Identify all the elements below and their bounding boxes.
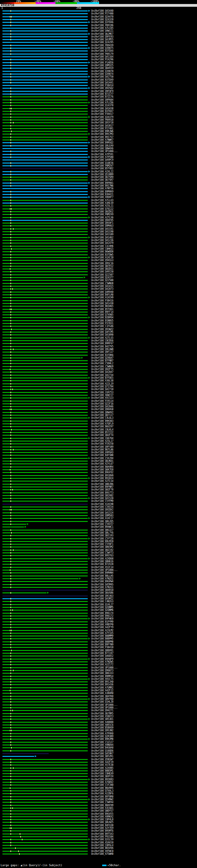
alignment-bar[interactable] [2,469,88,470]
hit-label[interactable]: UniRef100_Q22507 [91,274,113,276]
hit-label[interactable]: UniRef100_B9GFD2 [91,471,113,474]
hit-label[interactable]: UniRef100_B94WC1 [91,526,113,528]
hit-label[interactable]: UniRef100_A6W7J7 [91,394,113,397]
alignment-bar[interactable] [2,314,88,315]
alignment-bar[interactable] [2,607,88,608]
alignment-bar[interactable] [2,309,88,310]
alignment-bar[interactable] [2,56,88,57]
alignment-bar[interactable] [2,340,88,341]
alignment-bar[interactable] [2,716,88,717]
alignment-bar[interactable] [2,834,88,834]
hit-label[interactable]: UniRef100_B9I7N6 [91,185,113,187]
alignment-bar[interactable] [2,727,88,728]
hit-label[interactable]: UniRef100_Q42873 [91,288,113,290]
alignment-bar[interactable] [2,710,88,711]
hit-label[interactable]: UniRef100_Q43440 [91,10,113,12]
alignment-bar[interactable] [2,822,88,823]
alignment-bar[interactable] [2,85,88,86]
hit-label[interactable]: UniRef100_A7NZW5 [91,661,113,663]
alignment-bar[interactable] [2,595,88,596]
alignment-bar[interactable] [2,194,88,195]
alignment-bar[interactable] [2,713,88,714]
alignment-bar[interactable] [2,768,88,769]
alignment-bar[interactable] [2,80,88,81]
hit-label[interactable]: UniRef100_Q9C463 [91,595,113,597]
alignment-bar[interactable] [2,280,88,281]
hit-label[interactable]: UniRef100_A1XC17 [91,517,113,520]
hit-label[interactable]: UniRef100_Q42479 [91,242,113,245]
alignment-bar[interactable] [2,819,88,820]
alignment-bar[interactable] [2,647,88,648]
alignment-bar[interactable] [2,211,88,212]
alignment-bar[interactable] [2,22,88,23]
hit-label[interactable]: UniRef100_A9NUV4 [91,744,113,746]
alignment-bar[interactable] [2,504,88,505]
hit-label[interactable]: UniRef100_B8BMM9 [91,635,113,638]
hit-label[interactable]: UniRef100_C66764 [91,437,113,440]
hit-label[interactable]: UniRef100_Q0Z192 [91,549,113,552]
alignment-bar[interactable] [2,76,88,77]
hit-label[interactable]: UniRef100_Q76I22 [91,208,113,210]
alignment-bar[interactable] [2,99,88,100]
alignment-bar[interactable] [2,509,88,510]
alignment-bar[interactable] [2,366,88,367]
hit-label[interactable]: UniRef100_UP1000... [91,666,118,669]
hit-label[interactable]: UniRef100_C5YT28 [91,537,113,540]
alignment-bar[interactable] [2,320,88,321]
alignment-bar[interactable] [2,94,88,95]
hit-label[interactable]: UniRef100_Q39870 [91,70,113,73]
hit-label[interactable]: UniRef100_B8AFH9 [91,804,113,807]
hit-label[interactable]: UniRef100_C5YJ80 [91,784,113,786]
alignment-bar[interactable] [2,478,88,479]
hit-label[interactable]: UniRef100_Q538B9 [91,173,113,176]
hit-label[interactable]: UniRef100_Q49PC9 [91,159,113,161]
hit-label[interactable]: UniRef100_Q7XAL3 [91,790,113,792]
hit-label[interactable]: UniRef100_P24296 [91,59,113,61]
hit-label[interactable]: UniRef100_Q8W4V2 [91,411,113,414]
hit-label[interactable]: UniRef100_Q9ZSQ2 [91,87,113,90]
hit-label[interactable]: UniRef100_Q06333 [91,672,113,675]
hit-label[interactable]: UniRef100_Q41520 [91,497,113,500]
alignment-bar[interactable] [2,659,88,659]
alignment-bar[interactable] [2,240,88,241]
hit-label[interactable]: UniRef100_A2XL22 [91,170,113,173]
alignment-bar[interactable] [2,443,88,444]
alignment-bar[interactable] [2,584,88,585]
alignment-bar[interactable] [2,73,88,74]
alignment-bar[interactable] [2,466,88,467]
alignment-bar[interactable] [2,48,88,49]
hit-label[interactable]: UniRef100_B4Z7V5 [91,345,113,348]
hit-label[interactable]: UniRef100_A4ZFY9 [91,626,113,629]
hit-label[interactable]: UniRef100_Q41236 [91,239,113,242]
hit-label[interactable]: UniRef100_Q0ZDG2 [91,211,113,213]
hit-label[interactable]: UniRef100_B91JA0 [91,681,113,683]
hit-label[interactable]: UniRef100_A9QVF7 [91,196,113,198]
hit-label[interactable]: UniRef100_A5BXY3 [91,715,113,718]
alignment-bar[interactable] [2,636,88,637]
alignment-bar[interactable] [2,248,88,249]
hit-label[interactable]: UniRef100_A2SL11 [91,205,113,207]
hit-label[interactable]: UniRef100_C0PGL4 [91,844,113,847]
alignment-bar[interactable] [2,750,88,751]
hit-label[interactable]: UniRef100_Q94271 [91,709,113,712]
hit-label[interactable]: UniRef100_Q67BR5 [91,713,113,715]
hit-label[interactable]: UniRef100_A4ZF22 [91,689,113,692]
alignment-bar[interactable] [2,616,88,616]
hit-label[interactable]: UniRef100_Q04919 [91,67,113,70]
alignment-bar[interactable] [2,690,88,691]
alignment-bar[interactable] [2,171,88,172]
hit-label[interactable]: UniRef100_Q9M325 [91,64,113,67]
alignment-bar[interactable] [2,225,88,226]
alignment-bar[interactable] [2,423,88,424]
hit-label[interactable]: UniRef100_B3TDX7 [91,110,113,113]
alignment-bar[interactable] [2,45,88,46]
alignment-bar[interactable] [2,498,88,499]
alignment-bar[interactable] [2,429,88,430]
alignment-bar[interactable] [2,375,88,376]
alignment-bar[interactable] [2,291,88,292]
hit-label[interactable]: UniRef100_Q67SR9 [91,176,113,179]
hit-label[interactable]: UniRef100_Q41164 [91,56,113,58]
alignment-bar[interactable] [2,759,88,760]
hit-label[interactable]: UniRef100_A5AV10 [91,841,113,844]
hit-label[interactable]: UniRef100_C0LKL4 [91,429,113,431]
